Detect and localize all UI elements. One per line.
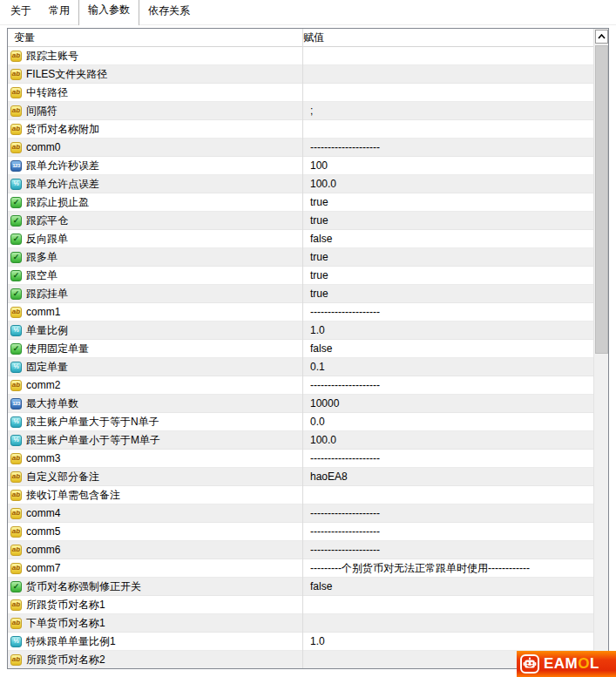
param-name: 间隔符 — [26, 104, 58, 118]
table-row[interactable]: abcomm1-------------------- — [8, 303, 593, 322]
table-row[interactable]: abFILES文件夹路径 — [8, 65, 593, 84]
param-value[interactable]: 0.0 — [302, 416, 593, 428]
param-value[interactable]: -------------------- — [302, 379, 593, 391]
param-value[interactable]: -------------------- — [302, 452, 593, 464]
table-row[interactable]: ab跟踪主账号 — [8, 47, 593, 65]
table-row[interactable]: ✓跟多单true — [8, 248, 593, 267]
param-variable-cell: abcomm6 — [8, 544, 302, 556]
param-value[interactable]: true — [302, 214, 593, 227]
param-variable-cell: ab所跟货币对名称1 — [8, 598, 302, 613]
param-value[interactable]: haoEA8 — [302, 471, 593, 483]
table-row[interactable]: ab间隔符; — [8, 102, 593, 120]
param-variable-cell: abcomm7 — [8, 562, 302, 574]
param-value[interactable]: -------------------- — [302, 141, 593, 153]
column-header-variable[interactable]: 变量 — [8, 30, 296, 45]
table-row[interactable]: ab接收订单需包含备注 — [8, 486, 593, 504]
table-row[interactable]: ✓跟踪止损止盈true — [8, 193, 593, 212]
param-variable-cell: ½固定单量 — [8, 360, 302, 375]
param-value[interactable]: true — [302, 288, 593, 300]
param-value[interactable]: ; — [302, 105, 593, 117]
param-value[interactable]: -------------------- — [302, 544, 593, 556]
table-row[interactable]: abcomm6-------------------- — [8, 541, 593, 559]
string-param-icon: ab — [10, 307, 22, 318]
table-row[interactable]: abcomm0-------------------- — [8, 139, 593, 157]
table-row[interactable]: ab所跟货币对名称1 — [8, 596, 593, 614]
table-row[interactable]: ½跟主账户单量小于等于M单子100.0 — [8, 431, 593, 450]
scrollbar-thumb[interactable] — [595, 45, 608, 354]
table-row[interactable]: ab下单货币对名称1 — [8, 614, 593, 633]
brand-name: EAMOL — [544, 655, 599, 673]
param-variable-cell: 123跟单允许秒误差 — [8, 159, 302, 173]
table-row[interactable]: ab所跟货币对名称2 — [8, 651, 593, 669]
table-row[interactable]: ½跟单允许点误差100.0 — [8, 175, 593, 193]
tab-inputs[interactable]: 输入参数 — [78, 0, 139, 25]
param-value[interactable]: -------------------- — [302, 306, 593, 318]
param-value[interactable]: true — [302, 251, 593, 263]
table-row[interactable]: abcomm3-------------------- — [8, 450, 593, 468]
table-row[interactable]: ✓货币对名称强制修正开关false — [8, 578, 593, 596]
param-value[interactable]: 100.0 — [302, 434, 593, 446]
param-name: comm5 — [26, 525, 60, 538]
table-row[interactable]: ½特殊跟单单量比例11.0 — [8, 633, 593, 651]
param-value[interactable]: 1.0 — [302, 635, 593, 647]
tab-dependencies[interactable]: 依存关系 — [139, 0, 199, 24]
table-row[interactable]: ✓跟空单true — [8, 267, 593, 285]
param-name: 跟多单 — [26, 250, 58, 265]
param-value[interactable]: true — [302, 196, 593, 208]
param-value[interactable]: 0.1 — [302, 361, 593, 373]
table-row[interactable]: ab自定义部分备注haoEA8 — [8, 468, 593, 486]
param-variable-cell: abcomm5 — [8, 525, 302, 538]
param-value[interactable]: -------------------- — [302, 525, 593, 538]
param-value[interactable]: false — [302, 580, 593, 592]
chevron-up-icon — [598, 34, 606, 39]
table-row[interactable]: ab货币对名称附加 — [8, 120, 593, 139]
param-variable-cell: abcomm3 — [8, 452, 302, 464]
string-param-icon: ab — [10, 51, 22, 62]
param-name: 特殊跟单单量比例1 — [26, 634, 116, 649]
table-row[interactable]: ✓跟踪挂单true — [8, 285, 593, 303]
param-value[interactable]: 1.0 — [302, 324, 593, 336]
column-divider[interactable] — [302, 29, 303, 668]
param-value[interactable]: 100 — [302, 159, 593, 172]
table-row[interactable]: ✓反向跟单false — [8, 230, 593, 248]
tab-about[interactable]: 关于 — [2, 0, 40, 24]
int-param-icon: 123 — [10, 160, 22, 172]
table-row[interactable]: ✓使用固定单量false — [8, 340, 593, 358]
param-value[interactable]: false — [302, 342, 593, 355]
param-value[interactable]: 100.0 — [302, 178, 593, 190]
param-name: comm1 — [26, 306, 60, 318]
table-row[interactable]: ✓跟踪平仓true — [8, 212, 593, 230]
param-name: 货币对名称强制修正开关 — [26, 579, 141, 594]
table-row[interactable]: abcomm4-------------------- — [8, 504, 593, 523]
table-row[interactable]: abcomm7---------个别货币对无法正常跟单时使用----------… — [8, 559, 593, 578]
table-row[interactable]: abcomm5-------------------- — [8, 523, 593, 541]
param-name: 跟踪止损止盈 — [26, 195, 89, 210]
robot-icon — [520, 654, 539, 674]
table-row[interactable]: 123跟单允许秒误差100 — [8, 157, 593, 175]
tab-common[interactable]: 常用 — [40, 0, 78, 24]
param-variable-cell: ½跟主账户单量大于等于N单子 — [8, 415, 302, 430]
table-row[interactable]: ½单量比例1.0 — [8, 322, 593, 340]
table-row[interactable]: ab中转路径 — [8, 84, 593, 102]
bool-param-icon: ✓ — [10, 234, 22, 245]
table-row[interactable]: ½固定单量0.1 — [8, 358, 593, 376]
table-row[interactable]: 123最大持单数10000 — [8, 395, 593, 413]
param-value[interactable]: 10000 — [302, 397, 593, 410]
param-value[interactable]: false — [302, 233, 593, 245]
param-variable-cell: ab跟踪主账号 — [8, 49, 302, 64]
param-value[interactable]: true — [302, 269, 593, 281]
column-header-value[interactable]: 赋值 — [296, 30, 324, 45]
table-row[interactable]: ½跟主账户单量大于等于N单子0.0 — [8, 413, 593, 431]
param-name: 跟主账户单量大于等于N单子 — [26, 415, 159, 430]
param-value[interactable]: ---------个别货币对无法正常跟单时使用------------ — [302, 561, 593, 576]
param-value[interactable]: -------------------- — [302, 507, 593, 519]
param-name: 固定单量 — [26, 360, 68, 375]
param-name: 跟单允许点误差 — [26, 177, 99, 192]
string-param-icon: ab — [10, 87, 22, 98]
param-variable-cell: abcomm0 — [8, 141, 302, 153]
table-row[interactable]: abcomm2-------------------- — [8, 376, 593, 395]
string-param-icon: ab — [10, 508, 22, 519]
vertical-scrollbar[interactable] — [593, 29, 608, 668]
string-param-icon: ab — [10, 124, 22, 135]
scroll-up-button[interactable] — [595, 30, 608, 44]
